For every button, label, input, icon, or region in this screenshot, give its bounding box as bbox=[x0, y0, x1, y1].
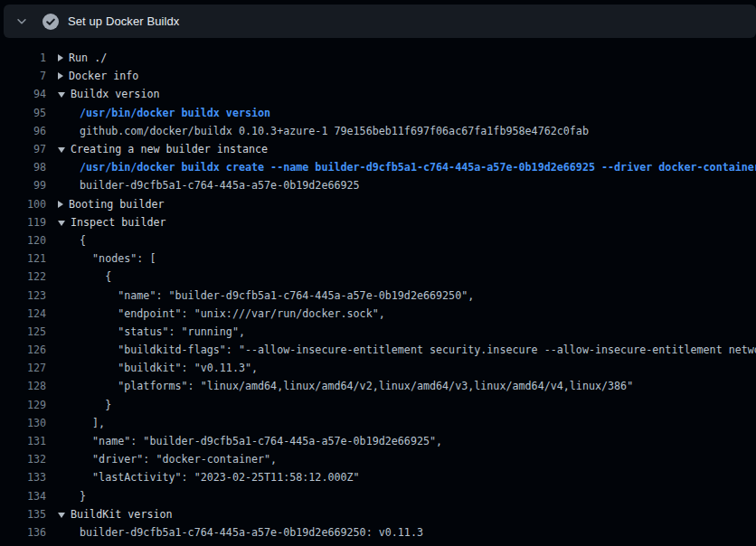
log-line: 132 "driver": "docker-container", bbox=[0, 450, 756, 468]
log-line-text: "nodes": [ bbox=[80, 252, 156, 265]
log-group-row[interactable]: 97 Creating a new builder instance bbox=[0, 140, 756, 158]
line-number-link[interactable]: 99 bbox=[0, 179, 46, 192]
line-number-link[interactable]: 125 bbox=[0, 325, 46, 338]
log-line-text: BuildKit version bbox=[71, 508, 173, 521]
log-group-row[interactable]: 100 Booting builder bbox=[0, 195, 756, 213]
disclosure-triangle-icon bbox=[58, 201, 63, 208]
log-line: 130 ], bbox=[0, 414, 756, 432]
line-number-link[interactable]: 134 bbox=[0, 490, 46, 503]
log-group-row[interactable]: 1 Run ./ bbox=[0, 49, 756, 67]
step-header[interactable]: Set up Docker Buildx bbox=[4, 5, 756, 38]
line-number-link[interactable]: 126 bbox=[0, 344, 46, 356]
line-number-link[interactable]: 1 bbox=[0, 52, 46, 64]
line-number-link[interactable]: 97 bbox=[0, 143, 46, 155]
log-line-text: } bbox=[80, 490, 86, 503]
line-number-link[interactable]: 100 bbox=[0, 198, 46, 211]
line-number-link[interactable]: 124 bbox=[0, 307, 46, 320]
log-line: 123 "name": "builder-d9cfb5a1-c764-445a-… bbox=[0, 286, 756, 304]
line-number-link[interactable]: 129 bbox=[0, 399, 46, 411]
line-number-link[interactable]: 130 bbox=[0, 417, 46, 429]
log-line: 126 "buildkitd-flags": "--allow-insecure… bbox=[0, 341, 756, 359]
line-number-link[interactable]: 119 bbox=[0, 216, 46, 229]
log-line-text: "buildkitd-flags": "--allow-insecure-ent… bbox=[80, 344, 756, 356]
log-line-text: "status": "running", bbox=[80, 325, 245, 338]
disclosure-triangle-icon bbox=[58, 513, 65, 518]
line-number-link[interactable]: 135 bbox=[0, 508, 46, 521]
log-group-row[interactable]: 7 Docker info bbox=[0, 67, 756, 85]
log-line-text: "name": "builder-d9cfb5a1-c764-445a-a57e… bbox=[80, 289, 474, 302]
log-line: 125 "status": "running", bbox=[0, 323, 756, 341]
log-line-text: { bbox=[80, 234, 86, 247]
log-line-text: Creating a new builder instance bbox=[71, 143, 268, 155]
log-line-text: "platforms": "linux/amd64,linux/amd64/v2… bbox=[80, 380, 633, 392]
log-line-text: { bbox=[80, 270, 111, 283]
log-line: 127 "buildkit": "v0.11.3", bbox=[0, 359, 756, 377]
log-line: 120 { bbox=[0, 231, 756, 249]
log-group-row[interactable]: 94 Buildx version bbox=[0, 85, 756, 103]
line-number-link[interactable]: 133 bbox=[0, 471, 46, 484]
log-line: 128 "platforms": "linux/amd64,linux/amd6… bbox=[0, 377, 756, 395]
log-line: 95 /usr/bin/docker buildx version bbox=[0, 104, 756, 122]
log-line-text: ], bbox=[80, 417, 105, 429]
log-line-text: /usr/bin/docker buildx version bbox=[80, 107, 270, 119]
log-lines: 1 Run ./ 7 Docker info 94 Buildx version… bbox=[0, 38, 756, 546]
line-number-link[interactable]: 131 bbox=[0, 435, 46, 447]
collapse-step-button[interactable] bbox=[11, 11, 33, 33]
line-number-link[interactable]: 136 bbox=[0, 526, 46, 539]
log-line-text: /usr/bin/docker buildx create --name bui… bbox=[80, 161, 756, 174]
disclosure-triangle-icon bbox=[58, 92, 65, 98]
line-number-link[interactable]: 94 bbox=[0, 88, 46, 100]
log-line-text: builder-d9cfb5a1-c764-445a-a57e-0b19d2e6… bbox=[80, 179, 360, 192]
disclosure-triangle-icon bbox=[58, 147, 65, 153]
line-number-link[interactable]: 120 bbox=[0, 234, 46, 247]
line-number-link[interactable]: 127 bbox=[0, 362, 46, 374]
line-number-link[interactable]: 122 bbox=[0, 270, 46, 283]
log-line: 122 { bbox=[0, 268, 756, 286]
log-line-text: "name": "builder-d9cfb5a1-c764-445a-a57e… bbox=[80, 435, 442, 447]
log-line-text: builder-d9cfb5a1-c764-445a-a57e-0b19d2e6… bbox=[80, 526, 423, 539]
line-number-link[interactable]: 7 bbox=[0, 70, 46, 82]
log-line-text: "driver": "docker-container", bbox=[80, 453, 277, 466]
log-line-text: "endpoint": "unix:///var/run/docker.sock… bbox=[80, 307, 385, 320]
log-line: 124 "endpoint": "unix:///var/run/docker.… bbox=[0, 305, 756, 323]
disclosure-triangle-icon bbox=[58, 72, 63, 80]
log-line-text: Booting builder bbox=[69, 198, 165, 211]
log-line-text: "lastActivity": "2023-02-25T11:58:12.000… bbox=[80, 471, 360, 484]
line-number-link[interactable]: 95 bbox=[0, 107, 46, 119]
log-line: 129 } bbox=[0, 396, 756, 414]
log-line-text: github.com/docker/buildx 0.10.3+azure-1 … bbox=[80, 125, 589, 137]
log-line: 131 "name": "builder-d9cfb5a1-c764-445a-… bbox=[0, 432, 756, 450]
chevron-down-icon bbox=[15, 15, 28, 28]
line-number-link[interactable]: 128 bbox=[0, 380, 46, 392]
disclosure-triangle-icon bbox=[58, 221, 65, 226]
line-number-link[interactable]: 123 bbox=[0, 289, 46, 302]
log-line: 99 builder-d9cfb5a1-c764-445a-a57e-0b19d… bbox=[0, 176, 756, 194]
disclosure-triangle-icon bbox=[58, 54, 63, 61]
log-line-text: Docker info bbox=[69, 70, 138, 82]
log-line-text: "buildkit": "v0.11.3", bbox=[80, 362, 258, 374]
line-number-link[interactable]: 132 bbox=[0, 453, 46, 466]
log-group-row[interactable]: 135 BuildKit version bbox=[0, 505, 756, 523]
line-number-link[interactable]: 121 bbox=[0, 252, 46, 265]
log-line: 121 "nodes": [ bbox=[0, 249, 756, 268]
line-number-link[interactable]: 98 bbox=[0, 161, 46, 174]
log-line-text: Inspect builder bbox=[71, 216, 166, 229]
log-line: 133 "lastActivity": "2023-02-25T11:58:12… bbox=[0, 468, 756, 486]
log-line: 96 github.com/docker/buildx 0.10.3+azure… bbox=[0, 122, 756, 140]
log-line: 98 /usr/bin/docker buildx create --name … bbox=[0, 158, 756, 176]
log-line: 134 } bbox=[0, 487, 756, 505]
log-line-text: Buildx version bbox=[71, 88, 160, 100]
log-line: 136 builder-d9cfb5a1-c764-445a-a57e-0b19… bbox=[0, 523, 756, 541]
log-line-text: } bbox=[80, 399, 111, 411]
step-success-check-icon bbox=[43, 14, 59, 30]
step-title: Set up Docker Buildx bbox=[68, 14, 179, 28]
log-line-text: Run ./ bbox=[69, 52, 107, 64]
log-group-row[interactable]: 119 Inspect builder bbox=[0, 213, 756, 231]
line-number-link[interactable]: 96 bbox=[0, 125, 46, 137]
